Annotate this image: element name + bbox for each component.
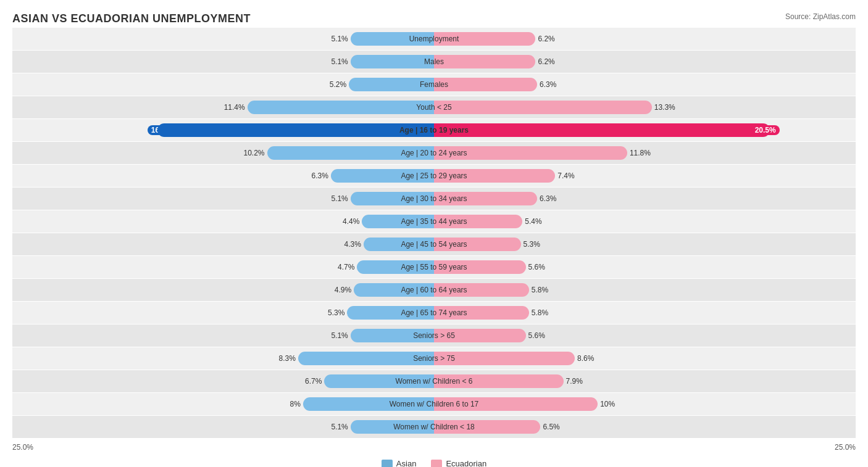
bar-left-value: 5.1% (331, 423, 348, 431)
chart-row: 11.4%Youth < 2513.3% (12, 96, 856, 118)
chart-title: ASIAN VS ECUADORIAN UNEMPLOYMENT (12, 12, 251, 25)
chart-row: 8.3%Seniors > 758.6% (12, 347, 856, 370)
legend-ecuadorian: Ecuadorian (431, 459, 486, 467)
bar-right-value: 5.8% (532, 286, 548, 294)
bar-right (434, 123, 770, 137)
chart-row: 16.9%Age | 16 to 19 years20.5% (12, 119, 856, 141)
bar-left-value: 11.4% (224, 103, 245, 112)
bar-center-label: Age | 55 to 59 years (401, 263, 467, 271)
bar-right-value: 6.2% (538, 57, 554, 66)
chart-row: 5.1%Age | 30 to 34 years6.3% (12, 188, 856, 210)
bar-center-label: Age | 30 to 34 years (401, 194, 467, 203)
chart-row: 6.3%Age | 25 to 29 years7.4% (12, 165, 856, 187)
bar-left-value: 5.1% (331, 331, 348, 340)
bar-right-value: 6.3% (540, 194, 556, 203)
chart-row: 4.4%Age | 35 to 44 years5.4% (12, 210, 856, 233)
bar-center-label: Youth < 25 (416, 103, 451, 112)
bar-center-label: Seniors > 75 (413, 354, 455, 363)
bar-center-label: Age | 16 to 19 years (399, 126, 469, 134)
bar-center-label: Women w/ Children 6 to 17 (390, 400, 479, 408)
bar-left-value: 5.3% (328, 308, 344, 317)
axis-labels: 25.0% 25.0% (12, 440, 856, 454)
bar-right-value: 5.6% (528, 263, 545, 271)
bar-center-label: Women w/ Children < 18 (393, 423, 475, 431)
bar-right (434, 55, 535, 68)
bar-right-value: 5.8% (532, 308, 548, 317)
bar-right (434, 101, 652, 114)
bar-left-value: 5.1% (331, 57, 348, 66)
bar-right-value: 10% (600, 400, 615, 408)
bar-right-value: 5.4% (525, 217, 541, 226)
bar-right-value: 6.2% (538, 35, 554, 43)
chart-source: Source: ZipAtlas.com (785, 12, 856, 21)
bar-left-value: 4.4% (343, 217, 359, 226)
bar-left-value: 8.3% (279, 354, 296, 363)
chart-row: 5.3%Age | 65 to 74 years5.8% (12, 302, 856, 324)
bar-left-value: 5.2% (330, 80, 346, 89)
bar-center-label: Unemployment (409, 35, 459, 43)
bar-left-value: 5.1% (331, 194, 348, 203)
legend-asian-box (382, 460, 393, 468)
bar-right-value: 7.4% (557, 172, 574, 180)
bar-right-value: 7.9% (566, 377, 583, 386)
bar-left (157, 123, 434, 137)
bar-left (248, 101, 434, 114)
bar-left (351, 55, 434, 68)
chart-container: ASIAN VS ECUADORIAN UNEMPLOYMENT Source:… (12, 12, 856, 467)
bar-center-label: Age | 65 to 74 years (401, 308, 467, 317)
chart-row: 4.3%Age | 45 to 54 years5.3% (12, 233, 856, 255)
chart-row: 5.1%Women w/ Children < 186.5% (12, 416, 856, 438)
bar-right-value: 20.5% (751, 125, 780, 135)
bar-right (434, 352, 575, 365)
bar-right-value: 6.5% (543, 423, 559, 431)
bar-center-label: Females (420, 80, 448, 89)
axis-left-label: 25.0% (12, 443, 33, 452)
legend-ecuadorian-label: Ecuadorian (446, 459, 486, 467)
bar-right-value: 5.6% (528, 331, 545, 340)
chart-row: 5.1%Males6.2% (12, 51, 856, 73)
bar-left-value: 6.7% (305, 377, 322, 386)
bar-center-label: Age | 60 to 64 years (401, 286, 467, 294)
bar-left-value: 8% (290, 400, 301, 408)
chart-row: 8%Women w/ Children 6 to 1710% (12, 393, 856, 415)
chart-row: 5.1%Unemployment6.2% (12, 28, 856, 50)
bar-right-value: 6.3% (540, 80, 556, 89)
bar-center-label: Seniors > 65 (413, 331, 455, 340)
bar-right-value: 13.3% (654, 103, 675, 112)
bar-center-label: Males (424, 57, 444, 66)
chart-row: 5.1%Seniors > 655.6% (12, 324, 856, 347)
bar-left-value: 4.7% (338, 263, 354, 271)
chart-row: 4.7%Age | 55 to 59 years5.6% (12, 256, 856, 278)
bar-center-label: Age | 25 to 29 years (401, 172, 467, 180)
chart-row: 5.2%Females6.3% (12, 73, 856, 96)
bar-center-label: Women w/ Children < 6 (396, 377, 473, 386)
chart-body: 5.1%Unemployment6.2%5.1%Males6.2%5.2%Fem… (12, 28, 856, 438)
legend-asian: Asian (382, 459, 417, 467)
bar-center-label: Age | 45 to 54 years (401, 240, 467, 249)
legend-asian-label: Asian (396, 459, 417, 467)
legend-ecuadorian-box (431, 460, 442, 468)
axis-right-label: 25.0% (835, 443, 856, 452)
chart-row: 6.7%Women w/ Children < 67.9% (12, 370, 856, 392)
legend: Asian Ecuadorian (12, 459, 856, 467)
bar-left-value: 5.1% (331, 35, 348, 43)
bar-right-value: 11.8% (630, 149, 651, 157)
bar-right-value: 8.6% (577, 354, 594, 363)
bar-right-value: 5.3% (524, 240, 540, 249)
bar-left-value: 10.2% (243, 149, 264, 157)
chart-row: 4.9%Age | 60 to 64 years5.8% (12, 279, 856, 301)
chart-row: 10.2%Age | 20 to 24 years11.8% (12, 142, 856, 164)
bar-left-value: 4.3% (344, 240, 361, 249)
bar-left-value: 6.3% (312, 172, 328, 180)
bar-left-value: 4.9% (335, 286, 351, 294)
bar-center-label: Age | 20 to 24 years (401, 149, 467, 157)
bar-right (434, 78, 537, 91)
bar-center-label: Age | 35 to 44 years (401, 217, 467, 226)
